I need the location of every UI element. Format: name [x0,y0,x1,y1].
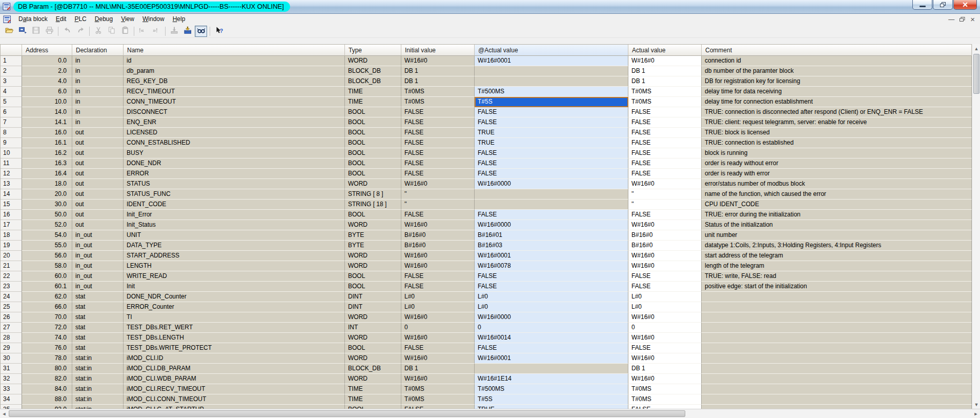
cell-at-actual-value[interactable]: FALSE [475,117,628,128]
cell-row-number[interactable]: 17 [1,220,22,230]
cell-initial-value[interactable]: FALSE [401,158,475,169]
cell-declaration[interactable]: out [72,179,124,189]
cell-type[interactable]: WORD [345,56,401,66]
cell-type[interactable]: TIME [345,97,401,107]
cell-type[interactable]: TIME [345,87,401,97]
cell-actual-value[interactable]: T#0MS [628,87,702,97]
cell-declaration[interactable]: in [72,56,124,66]
cell-address[interactable]: 62.0 [22,292,72,302]
cell-actual-value[interactable]: FALSE [628,117,702,128]
cell-declaration[interactable]: in [72,87,124,97]
cell-type[interactable]: BOOL [345,128,401,138]
cell-type[interactable]: BOOL [345,210,401,220]
cell-initial-value[interactable]: L#0 [401,302,475,312]
cell-declaration[interactable]: out [72,210,124,220]
scroll-up-button[interactable]: ▲ [972,44,980,53]
cell-type[interactable]: DINT [345,292,401,302]
cell-declaration[interactable]: in [72,97,124,107]
scroll-right-button[interactable]: ► [972,409,980,418]
cell-comment[interactable] [702,333,972,343]
cell-type[interactable]: BOOL [345,282,401,292]
column-header-declaration[interactable]: Declaration [72,45,124,56]
cell-type[interactable]: WORD [345,353,401,364]
cell-comment[interactable]: error/status number of modbus block [702,179,972,189]
cell-comment[interactable]: TRUE: error during the initialization [702,210,972,220]
cell-actual-value[interactable]: FALSE [628,169,702,179]
column-header-actual_at[interactable]: @Actual value [475,45,628,56]
cell-comment[interactable]: TRUE: write, FALSE: read [702,271,972,282]
cell-comment[interactable]: length of the telegram [702,261,972,271]
cell-row-number[interactable]: 13 [1,179,22,189]
mdi-minimize-button[interactable]: — [948,16,954,23]
cell-actual-value[interactable]: W#16#0 [628,353,702,364]
cell-at-actual-value[interactable]: TRUE [475,138,628,148]
cell-comment[interactable]: DB for registration key for licensing [702,76,972,87]
cell-at-actual-value[interactable]: FALSE [475,148,628,158]
cell-row-number[interactable]: 22 [1,271,22,282]
menu-debug[interactable]: Debug [91,14,117,24]
cell-name[interactable]: REG_KEY_DB [124,76,345,87]
open-station-button[interactable] [16,26,29,37]
cell-comment[interactable]: TRUE: connection is established [702,138,972,148]
cell-actual-value[interactable]: '' [628,189,702,200]
close-button[interactable]: ✕ [953,0,977,10]
cell-name[interactable]: iMOD_CLI.C_AT_STARTUP [124,405,345,409]
cell-name[interactable]: WRITE_READ [124,271,345,282]
column-header-name[interactable]: Name [124,45,345,56]
cell-at-actual-value[interactable]: L#0 [475,302,628,312]
cell-comment[interactable] [702,343,972,353]
cell-address[interactable]: 72.0 [22,323,72,333]
cell-name[interactable]: STATUS_FUNC [124,189,345,200]
cell-row-number[interactable]: 20 [1,251,22,261]
cell-type[interactable]: WORD [345,251,401,261]
cell-initial-value[interactable]: DB 1 [401,364,475,374]
cell-row-number[interactable]: 6 [1,107,22,117]
cell-comment[interactable]: TRUE: client: request telegramm, server:… [702,117,972,128]
column-header-address[interactable]: Address [22,45,72,56]
cell-declaration[interactable]: in_out [72,271,124,282]
cell-initial-value[interactable]: FALSE [401,210,475,220]
cell-declaration[interactable]: in [72,66,124,76]
cell-declaration[interactable]: in_out [72,251,124,261]
cell-name[interactable]: ERROR_Counter [124,302,345,312]
cell-initial-value[interactable]: DB 1 [401,66,475,76]
cell-row-number[interactable]: 27 [1,323,22,333]
cell-actual-value[interactable]: L#0 [628,292,702,302]
cell-name[interactable]: Init_Error [124,210,345,220]
cell-declaration[interactable]: stat [72,302,124,312]
cell-initial-value[interactable]: DB 1 [401,76,475,87]
cell-actual-value[interactable]: FALSE [628,282,702,292]
vertical-scroll-thumb[interactable] [973,54,979,94]
cell-initial-value[interactable]: FALSE [401,169,475,179]
cell-initial-value[interactable]: FALSE [401,128,475,138]
menu-data-block[interactable]: Data block [14,14,52,24]
cell-at-actual-value[interactable]: W#16#0001 [475,353,628,364]
cell-row-number[interactable]: 12 [1,169,22,179]
cell-type[interactable]: WORD [345,312,401,323]
cell-name[interactable]: START_ADDRESS [124,251,345,261]
cell-declaration[interactable]: stat:in [72,364,124,374]
cell-at-actual-value[interactable] [475,200,628,210]
cell-at-actual-value[interactable]: T#500MS [475,384,628,394]
cell-at-actual-value[interactable]: T#5S [475,97,628,107]
cell-actual-value[interactable]: W#16#0 [628,261,702,271]
cell-comment[interactable]: CPU IDENT_CODE [702,200,972,210]
cell-declaration[interactable]: out [72,200,124,210]
scroll-left-button[interactable]: ◄ [0,409,8,418]
cell-type[interactable]: STRING [ 8 ] [345,189,401,200]
cell-actual-value[interactable]: DB 1 [628,66,702,76]
column-header-initial[interactable]: Initial value [401,45,475,56]
cell-name[interactable]: CONN_TIMEOUT [124,97,345,107]
cell-name[interactable]: RECV_TIMEOUT [124,87,345,97]
cell-row-number[interactable]: 11 [1,158,22,169]
cell-address[interactable]: 84.0 [22,384,72,394]
cell-comment[interactable]: TRUE: block is licensed [702,128,972,138]
cell-type[interactable]: BOOL [345,138,401,148]
cell-row-number[interactable]: 4 [1,87,22,97]
cell-comment[interactable]: Status of the initialization [702,220,972,230]
cell-at-actual-value[interactable] [475,189,628,200]
cell-comment[interactable]: start address of the telegram [702,251,972,261]
cell-initial-value[interactable]: FALSE [401,117,475,128]
cell-comment[interactable]: order is ready without error [702,158,972,169]
cell-address[interactable]: 92.0 [22,405,72,409]
